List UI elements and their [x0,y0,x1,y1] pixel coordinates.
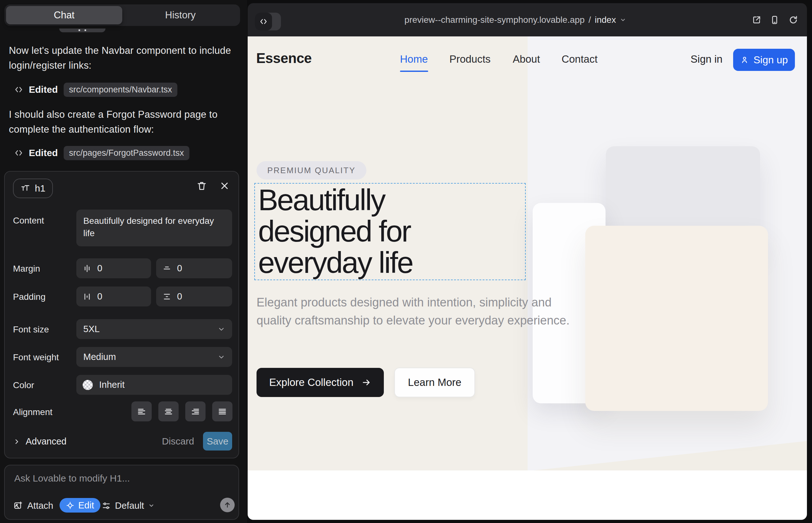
selected-h1-outline[interactable]: Beautifully designed for everyday life [254,183,526,280]
learn-more-button[interactable]: Learn More [394,367,475,397]
refresh-button[interactable] [788,15,798,25]
padding-x-value: 0 [97,291,102,302]
font-size-select[interactable]: 5XL [76,319,232,339]
color-value: Inherit [99,380,125,390]
padding-y-value: 0 [177,291,182,302]
chat-message: Now let's update the Navbar component to… [9,43,234,73]
align-justify-button[interactable] [212,401,232,421]
padding-x-input[interactable]: 0 [76,287,151,306]
advanced-toggle[interactable]: Advanced [13,436,67,447]
margin-vertical-icon [162,264,171,273]
open-in-new-tab-button[interactable] [752,15,762,25]
element-editor-panel: h1 Content Beautifully designed for ever… [4,171,239,458]
selected-element-pill[interactable]: h1 [13,179,53,198]
sign-up-label: Sign up [754,54,788,66]
padding-vertical-icon [162,292,171,301]
margin-y-value: 0 [177,263,182,273]
margin-label: Margin [13,264,40,274]
composer-input[interactable] [14,473,223,491]
nav-link-products[interactable]: Products [449,53,491,65]
code-icon [259,17,268,26]
type-icon [21,184,30,193]
image-plus-icon [13,501,23,510]
code-icon [14,85,23,94]
url-page: index [595,15,616,25]
padding-label: Padding [13,292,46,302]
sliders-icon [102,501,111,510]
nav-link-contact[interactable]: Contact [562,53,598,65]
lovable-sidebar: Chat History Now let's update the Navbar… [0,0,247,523]
edit-mode-button[interactable]: Edit [59,498,100,512]
padding-horizontal-icon [83,292,91,301]
url-host: preview--charming-site-symphony.lovable.… [404,15,585,25]
arrow-up-icon [224,501,231,509]
delete-element-button[interactable] [196,180,207,191]
alignment-buttons [131,401,232,421]
align-right-button[interactable] [185,401,206,421]
chevron-right-icon [13,438,21,446]
edited-label: Edited [29,84,58,95]
font-weight-select[interactable]: Medium [76,347,232,367]
hero-heading: Beautifully designed for everyday life [258,184,413,278]
person-icon [740,55,749,64]
attach-button[interactable]: Attach [13,498,53,513]
padding-y-input[interactable]: 0 [156,287,232,306]
transparent-swatch-icon [83,380,93,390]
send-button[interactable] [220,498,235,512]
model-selector[interactable]: Default [102,498,155,513]
sign-up-button[interactable]: Sign up [733,49,795,71]
font-weight-label: Font weight [13,353,59,362]
explore-collection-button[interactable]: Explore Collection [257,368,384,397]
chevron-down-icon [620,17,626,23]
url-breadcrumb[interactable]: preview--charming-site-symphony.lovable.… [404,3,626,36]
element-tag: h1 [35,183,45,194]
color-picker-field[interactable]: Inherit [76,375,232,395]
margin-x-value: 0 [97,263,102,273]
url-separator: / [588,15,591,25]
margin-y-input[interactable]: 0 [156,258,232,278]
tab-chat[interactable]: Chat [6,6,122,24]
premium-quality-badge: PREMIUM QUALITY [257,161,366,180]
clipped-chip [59,29,105,32]
active-nav-underline [400,71,428,72]
tab-history[interactable]: History [122,6,239,24]
nav-link-about[interactable]: About [513,53,540,65]
content-input[interactable]: Beautifully designed for everyday life [76,210,232,246]
align-right-icon [191,407,200,416]
explore-label: Explore Collection [269,376,353,389]
close-icon[interactable] [219,180,230,191]
chevron-down-icon [217,325,225,333]
align-justify-icon [217,407,227,416]
arrow-right-icon [362,378,371,387]
file-chip[interactable]: src/components/Navbar.tsx [64,83,178,97]
nav-link-home[interactable]: Home [400,53,428,65]
hero-shape-cream [585,226,768,411]
margin-horizontal-icon [83,264,91,273]
chat-message: I should also create a Forgot Password p… [9,107,234,137]
site-canvas: Essence Home Products About Contact Sign… [248,36,807,520]
advanced-label: Advanced [26,436,67,447]
mobile-view-button[interactable] [770,15,780,25]
hero-paragraph: Elegant products designed with intention… [257,293,576,329]
site-logo[interactable]: Essence [256,50,312,66]
chevron-down-icon [148,502,155,509]
code-icon [14,148,23,157]
chat-history-tabs: Chat History [4,4,240,26]
discard-button[interactable]: Discard [161,432,195,451]
alignment-label: Alignment [13,407,53,417]
model-label: Default [115,501,144,511]
save-button[interactable]: Save [203,432,232,451]
preview-browser-panel: preview--charming-site-symphony.lovable.… [248,3,807,520]
color-label: Color [13,380,34,390]
attach-label: Attach [27,501,53,511]
margin-x-input[interactable]: 0 [76,258,151,278]
align-center-button[interactable] [158,401,179,421]
code-toggle-segment[interactable] [255,13,272,30]
code-preview-toggle[interactable] [255,13,281,30]
sign-in-link[interactable]: Sign in [691,53,723,65]
align-left-button[interactable] [131,401,152,421]
file-chip[interactable]: src/pages/ForgotPassword.tsx [64,146,189,160]
content-label: Content [13,216,44,226]
edit-label: Edit [78,500,94,511]
align-left-icon [137,407,146,416]
